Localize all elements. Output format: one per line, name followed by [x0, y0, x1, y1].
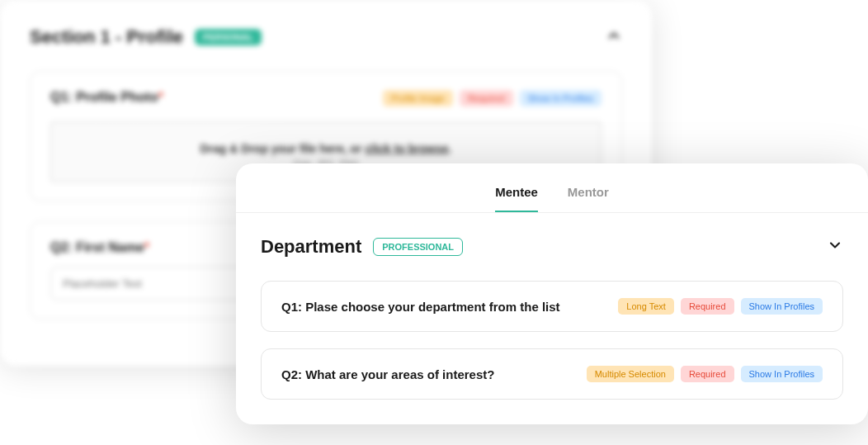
dropzone-text: Drag & Drop your file here, or click to … [51, 142, 601, 155]
tag-required: Required [460, 90, 513, 107]
tag-type: Long Text [618, 298, 674, 315]
tag-required: Required [681, 366, 734, 382]
tag-row: Long Text Required Show In Profiles [618, 298, 823, 315]
section-header: Department PROFESSIONAL [261, 236, 843, 258]
tab-mentee[interactable]: Mentee [495, 185, 538, 212]
question-card-q1[interactable]: Q1: Plase choose your department from th… [261, 281, 843, 332]
question-title: Q2: What are your areas of interest? [281, 367, 494, 381]
question-title: Q2: First Name* [50, 240, 149, 255]
tag-required: Required [681, 298, 734, 315]
question-card-q2[interactable]: Q2: What are your areas of interest? Mul… [261, 348, 843, 400]
chevron-down-icon[interactable] [827, 237, 843, 258]
browse-link[interactable]: click to browse [365, 142, 448, 155]
tag-row: Multiple Selection Required Show In Prof… [587, 366, 823, 382]
section-title: Department [261, 236, 361, 258]
question-text: Profile Photo [76, 90, 158, 104]
section-title-wrap: Department PROFESSIONAL [261, 236, 463, 258]
question-prefix: Q2: [50, 240, 76, 254]
question-title: Q1: Plase choose your department from th… [281, 300, 560, 314]
dropzone-main-text: Drag & Drop your file here, or [200, 142, 366, 155]
tag-show-in-profiles: Show In Profiles [741, 366, 823, 382]
tag-show-in-profiles: Show In Profiles [520, 90, 601, 107]
tag-show-in-profiles: Show In Profiles [741, 298, 823, 315]
question-text: First Name [76, 240, 144, 254]
section-badge-personal: PERSONAL [195, 29, 262, 45]
tag-type: Profile Image [383, 90, 453, 107]
section-header: Section 1 - Profile PERSONAL [30, 26, 622, 48]
question-title: Q1: Profile Photo* [50, 90, 163, 105]
section-title: Section 1 - Profile [30, 26, 183, 48]
section-badge-professional: PROFESSIONAL [373, 238, 463, 256]
question-header: Q1: Profile Photo* Profile Image Require… [50, 90, 601, 107]
tag-row: Profile Image Required Show In Profiles [383, 90, 601, 107]
question-prefix: Q1: [50, 90, 76, 104]
dropzone-suffix: . [449, 142, 452, 155]
card-body: Department PROFESSIONAL Q1: Plase choose… [236, 213, 868, 424]
chevron-up-icon[interactable] [606, 27, 622, 48]
tag-type: Multiple Selection [587, 366, 674, 382]
department-card: Mentee Mentor Department PROFESSIONAL Q1… [236, 163, 868, 424]
required-indicator-icon: * [158, 90, 163, 104]
section-title-wrap: Section 1 - Profile PERSONAL [30, 26, 262, 48]
tab-mentor[interactable]: Mentor [568, 185, 609, 212]
tabs-row: Mentee Mentor [236, 163, 868, 213]
required-indicator-icon: * [144, 240, 149, 254]
